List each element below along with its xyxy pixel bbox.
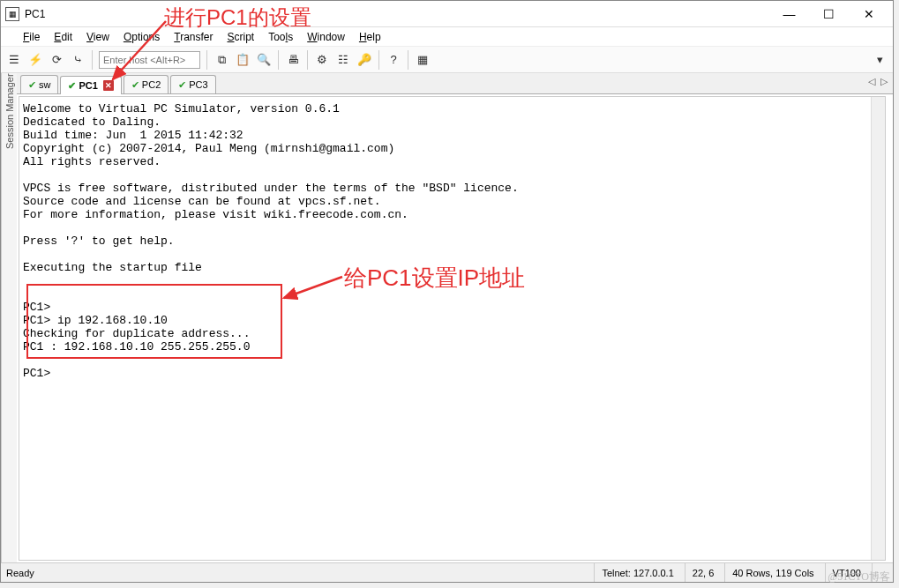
menu-view[interactable]: View xyxy=(80,30,116,44)
disconnect-icon[interactable]: ⤷ xyxy=(67,49,88,71)
watermark: @51CTO博客 xyxy=(828,569,890,584)
reconnect-icon[interactable]: ⟳ xyxy=(46,49,67,71)
window-title: PC1 xyxy=(25,8,45,20)
toolbar: ☰ ⚡ ⟳ ⤷ ⧉ 📋 🔍 🖶 ⚙ ☷ 🔑 ? ▦ ▾ xyxy=(1,47,893,73)
check-icon: ✔ xyxy=(68,80,76,92)
menu-script[interactable]: Script xyxy=(221,30,261,44)
terminal-text: Welcome to Virtual PC Simulator, version… xyxy=(23,102,519,380)
check-icon: ✔ xyxy=(131,79,139,91)
print-icon[interactable]: 🖶 xyxy=(282,49,303,71)
close-icon[interactable]: ✕ xyxy=(103,80,114,91)
tab-next-icon[interactable]: ▷ xyxy=(880,76,888,87)
scrollbar[interactable] xyxy=(871,97,885,560)
check-icon: ✔ xyxy=(28,79,36,91)
minimize-button[interactable]: — xyxy=(769,2,809,26)
tab-label: PC3 xyxy=(189,79,207,90)
toggle-icon[interactable]: ▦ xyxy=(412,49,433,71)
tab-prev-icon[interactable]: ◁ xyxy=(868,76,875,87)
menu-transfer[interactable]: Transfer xyxy=(168,30,219,44)
key-icon[interactable]: 🔑 xyxy=(354,49,375,71)
menu-options[interactable]: Options xyxy=(117,30,166,44)
session-icon[interactable]: ☰ xyxy=(4,49,25,71)
close-button[interactable]: ✕ xyxy=(849,2,888,26)
menu-help[interactable]: Help xyxy=(353,30,387,44)
tab-label: sw xyxy=(39,79,50,90)
session-manager-tab[interactable]: Session Manager xyxy=(1,73,17,562)
tab-label: PC2 xyxy=(142,79,161,90)
tab-sw[interactable]: ✔ sw xyxy=(20,75,58,93)
body-area: Session Manager ✔ sw ✔ PC1 ✕ ✔ PC2 ✔ xyxy=(1,73,893,562)
tab-pc1[interactable]: ✔ PC1 ✕ xyxy=(60,76,121,94)
copy-icon[interactable]: ⧉ xyxy=(211,49,232,71)
titlebar[interactable]: ▦ PC1 — ☐ ✕ xyxy=(1,1,893,27)
menu-window[interactable]: Window xyxy=(301,30,351,44)
toolbar-dropdown-icon[interactable]: ▾ xyxy=(869,49,890,71)
find-icon[interactable]: 🔍 xyxy=(253,49,274,71)
app-icon: ▦ xyxy=(5,7,19,21)
options-icon[interactable]: ☷ xyxy=(333,49,354,71)
tab-pc3[interactable]: ✔ PC3 xyxy=(170,75,215,93)
quick-connect-icon[interactable]: ⚡ xyxy=(25,49,46,71)
tab-nav: ◁ ▷ xyxy=(868,76,888,87)
menu-tools[interactable]: Tools xyxy=(262,30,299,44)
statusbar: Ready Telnet: 127.0.0.1 22, 6 40 Rows, 1… xyxy=(1,562,893,582)
menu-file[interactable]: File xyxy=(17,30,46,44)
help-icon[interactable]: ? xyxy=(383,49,404,71)
terminal[interactable]: Welcome to Virtual PC Simulator, version… xyxy=(19,96,886,561)
menubar: File Edit View Options Transfer Script T… xyxy=(1,27,893,47)
settings-icon[interactable]: ⚙ xyxy=(311,49,333,71)
status-telnet: Telnet: 127.0.0.1 xyxy=(594,563,680,582)
tab-bar: ✔ sw ✔ PC1 ✕ ✔ PC2 ✔ PC3 ◁ ▷ xyxy=(17,73,893,94)
status-size: 40 Rows, 119 Cols xyxy=(724,563,820,582)
maximize-button[interactable]: ☐ xyxy=(809,2,849,26)
app-window: ▦ PC1 — ☐ ✕ File Edit View Options Trans… xyxy=(0,0,894,583)
status-ready: Ready xyxy=(6,568,34,578)
tab-label: PC1 xyxy=(79,80,97,91)
paste-icon[interactable]: 📋 xyxy=(232,49,253,71)
tab-pc2[interactable]: ✔ PC2 xyxy=(124,75,169,93)
menu-edit[interactable]: Edit xyxy=(48,30,79,44)
status-cursor: 22, 6 xyxy=(685,563,721,582)
host-input[interactable] xyxy=(99,51,200,69)
check-icon: ✔ xyxy=(178,79,186,91)
